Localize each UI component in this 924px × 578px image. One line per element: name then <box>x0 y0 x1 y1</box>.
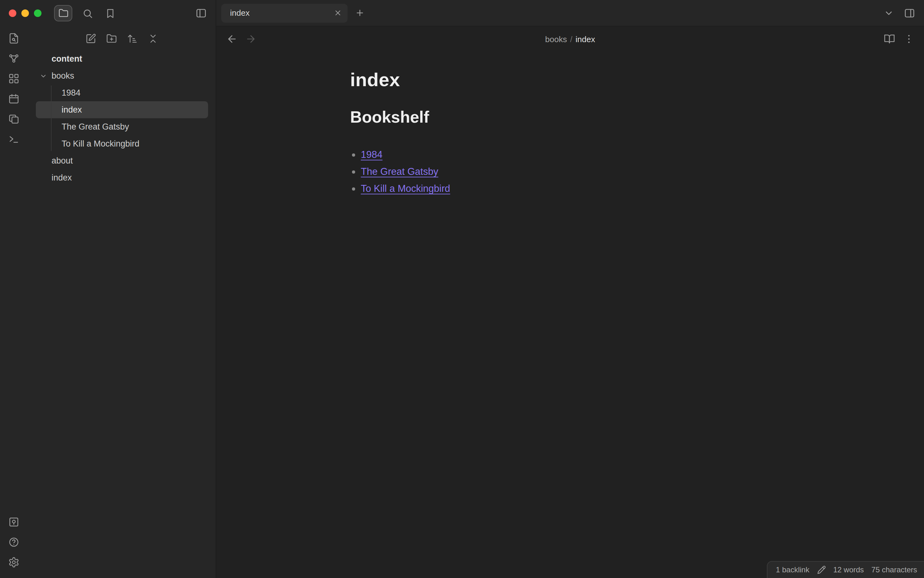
chevron-down-icon <box>884 8 894 18</box>
more-vertical-icon <box>903 33 914 45</box>
reading-mode-button[interactable] <box>884 33 895 45</box>
file-label: index <box>61 105 82 114</box>
settings-button[interactable] <box>8 557 19 568</box>
tab-label: index <box>230 8 334 18</box>
toggle-right-sidebar-button[interactable] <box>904 7 915 19</box>
file-label: To Kill a Mockingbird <box>61 139 139 148</box>
list-item: To Kill a Mockingbird <box>350 180 790 197</box>
pencil-icon <box>817 565 825 574</box>
note-heading: Bookshelf <box>350 107 790 127</box>
help-button[interactable] <box>8 536 19 548</box>
tree-item-books[interactable]: books <box>36 67 208 84</box>
breadcrumb-current[interactable]: index <box>576 34 595 44</box>
back-button[interactable] <box>226 33 238 45</box>
bookmarks-button[interactable] <box>105 8 116 19</box>
book-link-list: 1984 The Great Gatsby To Kill a Mockingb… <box>350 146 790 197</box>
new-tab-button[interactable] <box>355 8 364 18</box>
bookmark-icon <box>105 8 116 19</box>
file-explorer: content books 1984 index The Great Gatsb… <box>28 26 216 578</box>
chevron-down-icon[interactable] <box>40 72 47 80</box>
plus-icon <box>355 8 364 18</box>
tree-item-index-selected[interactable]: index <box>36 101 208 118</box>
files-view-button[interactable] <box>54 5 72 21</box>
tab-bar: index <box>216 0 924 26</box>
link-the-great-gatsby[interactable]: The Great Gatsby <box>361 166 438 177</box>
new-folder-button[interactable] <box>106 33 117 44</box>
window-controls <box>9 10 42 17</box>
forward-button[interactable] <box>245 33 256 45</box>
view-actions <box>884 33 914 45</box>
file-search-icon <box>8 33 19 44</box>
file-search-button[interactable] <box>8 33 19 44</box>
templates-button[interactable] <box>8 113 19 125</box>
note-content: index Bookshelf 1984 The Great Gatsby To… <box>350 52 790 197</box>
arrow-right-icon <box>245 33 256 45</box>
obsidian-window: index <box>0 0 924 578</box>
explorer-toolbar <box>36 26 208 50</box>
history-nav <box>226 33 256 45</box>
graph-icon <box>8 53 19 64</box>
tree-item-root-index[interactable]: index <box>36 169 208 186</box>
left-ribbon <box>0 26 28 578</box>
canvas-button[interactable] <box>8 73 19 84</box>
tree-item-the-great-gatsby[interactable]: The Great Gatsby <box>36 118 208 135</box>
link-to-kill-a-mockingbird[interactable]: To Kill a Mockingbird <box>361 183 450 194</box>
titlebar: index <box>0 0 924 26</box>
sort-order-button[interactable] <box>127 33 138 44</box>
file-label: about <box>52 156 73 166</box>
new-folder-icon <box>106 33 117 44</box>
books-children: 1984 index The Great Gatsby To Kill a Mo… <box>36 84 208 152</box>
workspace: books/index index Bookshelf 1984 <box>216 26 924 578</box>
tab-close-button[interactable] <box>334 9 342 17</box>
toggle-left-sidebar-button[interactable] <box>196 8 207 19</box>
files-icon <box>8 113 19 125</box>
file-tree: books 1984 index The Great Gatsby To Kil… <box>36 67 208 186</box>
breadcrumb-parent[interactable]: books <box>545 34 567 44</box>
panel-right-icon <box>904 7 915 19</box>
file-label: index <box>52 173 72 182</box>
terminal-icon <box>8 133 19 144</box>
tree-item-about[interactable]: about <box>36 152 208 169</box>
titlebar-left <box>0 0 216 26</box>
more-options-button[interactable] <box>903 33 914 45</box>
file-label: 1984 <box>61 88 81 97</box>
calendar-icon <box>8 93 19 104</box>
folder-label: books <box>52 71 74 81</box>
sort-order-icon <box>127 33 138 44</box>
tab-index[interactable]: index <box>221 3 348 22</box>
close-icon <box>334 9 342 17</box>
note-title: index <box>350 69 790 91</box>
vault-switcher-button[interactable] <box>8 516 19 528</box>
help-icon <box>8 536 19 548</box>
book-open-icon <box>884 33 895 45</box>
settings-gear-icon <box>8 557 19 568</box>
window-close-button[interactable] <box>9 10 16 17</box>
list-item: 1984 <box>350 146 790 163</box>
link-1984[interactable]: 1984 <box>361 149 382 160</box>
edit-mode-indicator[interactable] <box>817 565 825 574</box>
search-icon <box>83 8 93 19</box>
window-zoom-button[interactable] <box>34 10 42 17</box>
note-scroll-area[interactable]: index Bookshelf 1984 The Great Gatsby To… <box>216 52 924 578</box>
tabbar-right-actions <box>884 7 915 19</box>
backlink-count[interactable]: 1 backlink <box>776 565 809 574</box>
character-count: 75 characters <box>872 565 917 574</box>
daily-note-button[interactable] <box>8 93 19 104</box>
search-button[interactable] <box>83 8 93 19</box>
vault-name: content <box>36 50 208 67</box>
new-note-button[interactable] <box>86 33 96 44</box>
tab-list-button[interactable] <box>884 8 894 18</box>
window-minimize-button[interactable] <box>21 10 29 17</box>
graph-view-button[interactable] <box>8 53 19 64</box>
breadcrumb-separator: / <box>570 34 572 44</box>
app-body: content books 1984 index The Great Gatsb… <box>0 26 924 578</box>
breadcrumb: books/index <box>216 34 924 44</box>
panel-left-icon <box>196 8 207 19</box>
folder-icon <box>58 8 68 18</box>
terminal-button[interactable] <box>8 133 19 144</box>
collapse-all-button[interactable] <box>148 33 159 44</box>
tree-item-1984[interactable]: 1984 <box>36 84 208 101</box>
status-bar: 1 backlink 12 words 75 characters <box>767 561 924 578</box>
layout-grid-icon <box>8 73 19 84</box>
tree-item-to-kill-a-mockingbird[interactable]: To Kill a Mockingbird <box>36 135 208 152</box>
